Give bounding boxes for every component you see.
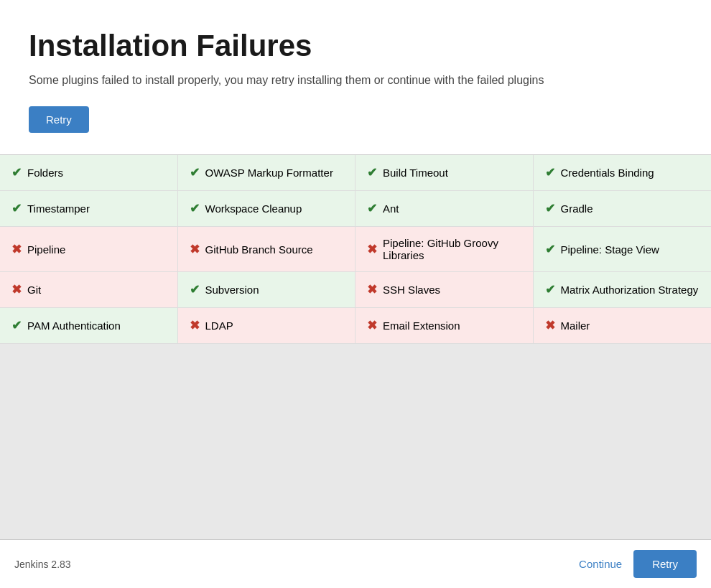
list-item: ✔Workspace Cleanup: [178, 191, 356, 226]
x-icon: ✖: [11, 282, 22, 297]
table-row: ✖Pipeline✖GitHub Branch Source✖Pipeline:…: [0, 227, 711, 272]
main-header: Installation Failures Some plugins faile…: [0, 0, 711, 154]
list-item: ✔PAM Authentication: [0, 308, 178, 343]
footer: Jenkins 2.83 Continue Retry: [0, 539, 711, 588]
plugin-name: GitHub Branch Source: [205, 243, 313, 256]
plugin-name: OWASP Markup Formatter: [205, 167, 333, 179]
check-icon: ✔: [545, 201, 555, 216]
plugin-name: Subversion: [205, 284, 259, 296]
check-icon: ✔: [190, 201, 200, 216]
x-icon: ✖: [190, 242, 200, 257]
check-icon: ✔: [11, 165, 22, 180]
table-row: ✔Folders✔OWASP Markup Formatter✔Build Ti…: [0, 155, 711, 191]
plugin-name: Gradle: [561, 202, 593, 215]
check-icon: ✔: [190, 282, 200, 297]
list-item: ✔Pipeline: Stage View: [534, 227, 712, 271]
list-item: ✔Ant: [356, 191, 534, 226]
list-item: ✖Mailer: [534, 308, 712, 343]
list-item: ✖Email Extension: [356, 308, 534, 343]
page-title: Installation Failures: [29, 29, 682, 63]
list-item: ✔Subversion: [178, 272, 356, 307]
check-icon: ✔: [190, 165, 200, 180]
table-row: ✖Git✔Subversion✖SSH Slaves✔Matrix Author…: [0, 272, 711, 308]
plugin-name: Git: [27, 284, 41, 296]
list-item: ✔Matrix Authorization Strategy: [534, 272, 712, 307]
retry-button-top[interactable]: Retry: [29, 106, 89, 133]
plugin-name: Pipeline: GitHub Groovy Libraries: [383, 237, 521, 261]
x-icon: ✖: [11, 242, 22, 257]
plugin-name: Mailer: [561, 319, 590, 332]
table-row: ✔Timestamper✔Workspace Cleanup✔Ant✔Gradl…: [0, 191, 711, 227]
plugins-grid: ✔Folders✔OWASP Markup Formatter✔Build Ti…: [0, 154, 711, 344]
table-row: ✔PAM Authentication✖LDAP✖Email Extension…: [0, 308, 711, 344]
list-item: ✔Timestamper: [0, 191, 178, 226]
x-icon: ✖: [367, 282, 377, 297]
plugin-name: Timestamper: [27, 202, 90, 215]
list-item: ✖LDAP: [178, 308, 356, 343]
plugin-name: Pipeline: Stage View: [561, 243, 659, 256]
list-item: ✖SSH Slaves: [356, 272, 534, 307]
plugin-name: Folders: [27, 167, 63, 179]
page-subtitle: Some plugins failed to install properly,…: [29, 72, 682, 89]
plugin-name: Email Extension: [383, 319, 460, 332]
plugin-name: Matrix Authorization Strategy: [561, 284, 699, 296]
plugin-name: Workspace Cleanup: [205, 202, 302, 215]
list-item: ✖Git: [0, 272, 178, 307]
list-item: ✖Pipeline: GitHub Groovy Libraries: [356, 227, 534, 271]
x-icon: ✖: [367, 318, 377, 333]
plugin-name: Ant: [383, 202, 399, 215]
plugin-name: Credentials Binding: [561, 167, 654, 179]
plugin-name: SSH Slaves: [383, 284, 440, 296]
check-icon: ✔: [367, 201, 377, 216]
retry-button-bottom[interactable]: Retry: [633, 550, 697, 578]
check-icon: ✔: [11, 318, 22, 333]
check-icon: ✔: [11, 201, 22, 216]
check-icon: ✔: [545, 165, 555, 180]
plugin-name: Build Timeout: [383, 167, 448, 179]
x-icon: ✖: [190, 318, 200, 333]
x-icon: ✖: [545, 318, 555, 333]
footer-actions: Continue Retry: [579, 550, 697, 578]
check-icon: ✔: [367, 165, 377, 180]
list-item: ✖GitHub Branch Source: [178, 227, 356, 271]
list-item: ✔Build Timeout: [356, 155, 534, 190]
list-item: ✔OWASP Markup Formatter: [178, 155, 356, 190]
plugin-name: PAM Authentication: [27, 319, 121, 332]
check-icon: ✔: [545, 282, 555, 297]
x-icon: ✖: [367, 242, 377, 257]
list-item: ✔Credentials Binding: [534, 155, 712, 190]
list-item: ✖Pipeline: [0, 227, 178, 271]
spacer: [0, 344, 711, 539]
list-item: ✔Gradle: [534, 191, 712, 226]
list-item: ✔Folders: [0, 155, 178, 190]
continue-button[interactable]: Continue: [579, 558, 622, 570]
jenkins-version: Jenkins 2.83: [14, 559, 71, 570]
plugin-name: LDAP: [205, 319, 233, 332]
check-icon: ✔: [545, 242, 555, 257]
plugin-name: Pipeline: [27, 243, 65, 256]
